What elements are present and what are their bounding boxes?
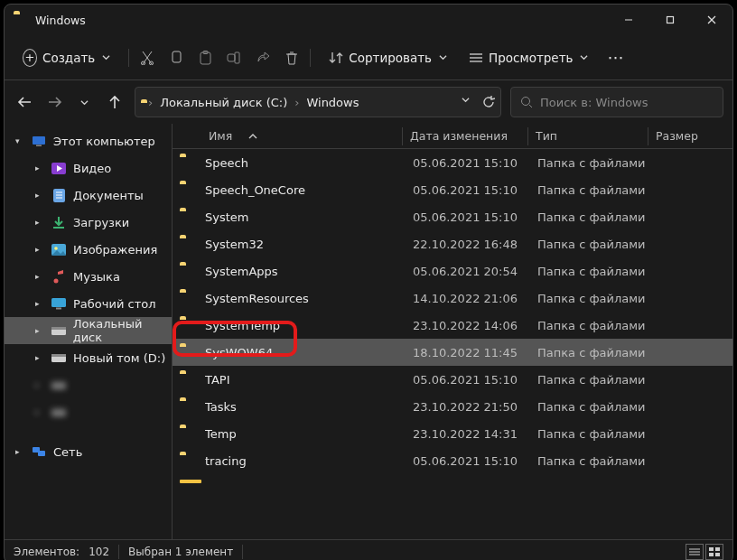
forward-button[interactable] <box>44 91 66 113</box>
sidebar-item[interactable]: ▸Локальный диск <box>5 317 172 344</box>
row-name: SystemApps <box>205 265 413 278</box>
sidebar-item[interactable]: ▸Видео <box>5 154 172 182</box>
svg-rect-17 <box>36 145 42 147</box>
minimize-button[interactable] <box>608 5 649 35</box>
table-row[interactable]: tracing05.06.2021 15:10Папка с файлами <box>173 447 732 474</box>
row-type: Папка с файлами <box>537 238 657 251</box>
table-row[interactable]: SystemApps05.06.2021 20:54Папка с файлам… <box>173 257 732 285</box>
paste-button[interactable] <box>196 49 214 67</box>
sidebar-item[interactable]: ▸Загрузки <box>5 209 172 236</box>
svg-point-14 <box>522 98 530 106</box>
delete-button[interactable] <box>283 49 301 67</box>
column-headers: Имя Дата изменения Тип Размер <box>173 124 732 149</box>
row-date: 23.10.2022 21:50 <box>413 400 537 414</box>
disk-icon <box>51 378 66 392</box>
table-row[interactable]: Speech05.06.2021 15:10Папка с файлами <box>173 149 732 176</box>
svg-rect-1 <box>667 17 674 23</box>
sidebar-item[interactable]: ▸Документы <box>5 182 172 209</box>
chevron-down-icon[interactable] <box>462 96 470 104</box>
toolbar: + Создать Сортировать <box>5 35 732 80</box>
file-list: Имя Дата изменения Тип Размер Speech05.0… <box>173 124 732 539</box>
search-input[interactable]: Поиск в: Windows <box>510 87 723 117</box>
item-count: 102 <box>89 546 109 558</box>
new-button[interactable]: + Создать <box>14 45 119 70</box>
breadcrumb-folder[interactable]: Windows <box>306 96 359 109</box>
details-view-button[interactable] <box>686 544 704 560</box>
row-type: Папка с файлами <box>537 156 657 170</box>
svg-rect-36 <box>51 408 66 411</box>
sidebar-this-pc[interactable]: ▾ Этот компьютер <box>5 127 172 154</box>
col-name[interactable]: Имя <box>201 129 402 143</box>
address-bar[interactable]: › Локальный диск (C:) › Windows <box>135 87 501 117</box>
svg-rect-34 <box>51 381 66 384</box>
svg-rect-42 <box>709 547 714 551</box>
folder-icon <box>180 454 194 467</box>
sidebar-item-label: Документы <box>73 189 144 202</box>
new-button-label: Создать <box>42 51 95 65</box>
table-row[interactable]: System3222.10.2022 16:48Папка с файлами <box>173 230 732 257</box>
row-name: Tasks <box>205 400 413 414</box>
table-row[interactable]: System05.06.2021 15:10Папка с файлами <box>173 203 732 230</box>
sort-button[interactable]: Сортировать <box>320 45 456 70</box>
view-button-label: Просмотреть <box>489 51 573 65</box>
recent-button[interactable] <box>73 91 95 113</box>
view-button[interactable]: Просмотреть <box>460 45 597 70</box>
pc-icon <box>32 134 46 148</box>
folder-icon <box>180 156 194 169</box>
copy-button[interactable] <box>167 49 185 67</box>
rows[interactable]: Speech05.06.2021 15:10Папка с файламиSpe… <box>173 149 732 539</box>
sidebar-item[interactable]: ▸Изображения <box>5 236 172 263</box>
table-row[interactable]: Tasks23.10.2022 21:50Папка с файлами <box>173 393 732 420</box>
row-name: SysWOW64 <box>205 346 413 359</box>
more-button[interactable]: ⋯ <box>606 49 624 67</box>
table-row[interactable]: TAPI05.06.2021 15:10Папка с файлами <box>173 366 732 393</box>
item-count-label: Элементов: <box>14 546 79 558</box>
breadcrumb-disk[interactable]: Локальный диск (C:) <box>160 96 287 109</box>
col-date[interactable]: Дата изменения <box>403 129 527 143</box>
address-bar-row: › Локальный диск (C:) › Windows Поиск в:… <box>5 80 732 124</box>
sidebar-item[interactable]: ▸Музыка <box>5 263 172 290</box>
row-name: SystemResources <box>205 292 413 305</box>
explorer-window: Windows + Создать <box>4 4 733 560</box>
chevron-right-icon: ▸ <box>35 218 44 227</box>
table-row[interactable]: SysWOW6418.10.2022 11:45Папка с файлами <box>173 339 732 366</box>
chevron-right-icon: ▸ <box>35 380 44 389</box>
chevron-down-icon: ▾ <box>15 136 24 145</box>
network-icon <box>32 444 46 459</box>
svg-rect-9 <box>228 54 235 61</box>
up-button[interactable] <box>104 91 126 113</box>
body: ▾ Этот компьютер ▸Видео▸Документы▸Загруз… <box>5 124 732 539</box>
sidebar-network[interactable]: ▸ Сеть <box>5 438 172 465</box>
table-row[interactable]: SystemResources14.10.2022 21:06Папка с ф… <box>173 285 732 312</box>
sidebar-item[interactable]: ▸Новый том (D:) <box>5 344 172 371</box>
table-row[interactable]: SystemTemp23.10.2022 14:06Папка с файлам… <box>173 312 732 339</box>
sidebar-items: ▸Видео▸Документы▸Загрузки▸Изображения▸Му… <box>5 154 172 425</box>
divider <box>310 49 311 67</box>
svg-rect-38 <box>38 451 45 456</box>
sidebar-item-label: Рабочий стол <box>73 297 155 311</box>
sort-button-label: Сортировать <box>349 51 432 65</box>
chevron-right-icon: ▸ <box>35 299 44 308</box>
col-type[interactable]: Тип <box>528 129 648 143</box>
thumbnails-view-button[interactable] <box>705 544 723 560</box>
title-bar: Windows <box>5 5 732 35</box>
sidebar-item[interactable]: ▸ <box>5 371 172 398</box>
back-button[interactable] <box>14 91 35 113</box>
rename-button[interactable] <box>225 49 243 67</box>
sidebar-item-label: Видео <box>73 162 111 175</box>
svg-point-25 <box>54 247 58 250</box>
sidebar-item[interactable]: ▸Рабочий стол <box>5 290 172 317</box>
cut-button[interactable] <box>138 49 156 67</box>
table-row[interactable]: Temp23.10.2022 14:31Папка с файлами <box>173 420 732 447</box>
sidebar-item-label: Музыка <box>73 270 120 284</box>
col-size[interactable]: Размер <box>648 129 732 143</box>
share-button[interactable] <box>254 49 272 67</box>
sidebar-item[interactable]: ▸ <box>5 398 172 425</box>
maximize-button[interactable] <box>649 5 691 35</box>
refresh-button[interactable] <box>482 96 495 108</box>
close-button[interactable] <box>691 5 732 35</box>
table-row[interactable]: Speech_OneCore05.06.2021 15:10Папка с фа… <box>173 176 732 203</box>
folder-icon <box>180 346 194 359</box>
disk-icon <box>51 323 66 338</box>
disk-icon <box>51 405 66 419</box>
